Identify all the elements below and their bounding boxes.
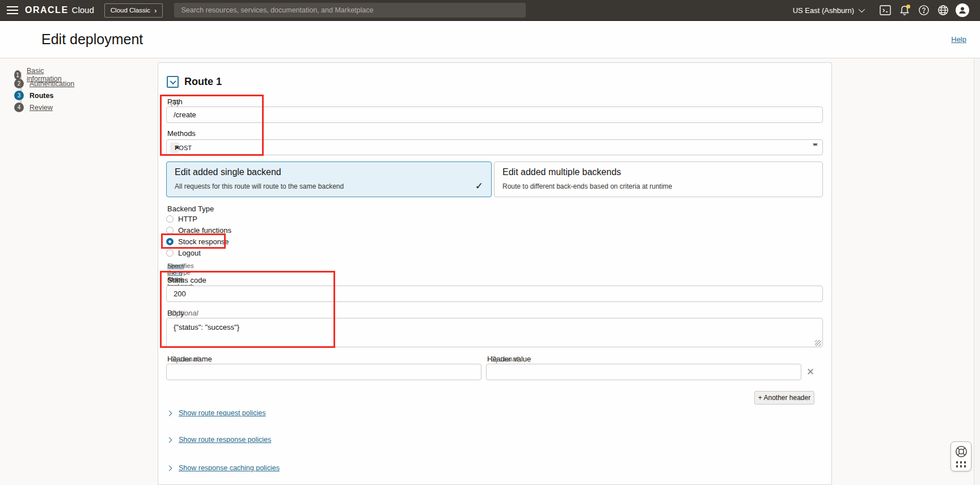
step-number: 2 [14,79,24,88]
methods-select[interactable]: POST ✕ [166,139,823,155]
floating-support-widget[interactable] [951,441,971,471]
step-number: 3 [14,91,24,100]
help-icon[interactable] [914,0,933,21]
status-code-label: Status code [167,276,206,284]
path-input[interactable] [166,107,823,123]
step-review[interactable]: 4 Review [14,103,53,112]
region-label: US East (Ashburn) [793,6,854,15]
show-route-response-policies[interactable]: Show route response policies [167,436,271,444]
single-backend-subtitle: All requests for this route will route t… [175,182,344,190]
notifications-bell-icon[interactable] [895,0,914,21]
page-header: Edit deployment Help [0,21,980,58]
topbar: ORACLE Cloud Cloud Classic › US East (As… [0,0,980,21]
header-value-input[interactable] [486,364,801,380]
backend-type-label: Backend Type [167,205,214,213]
select-stepper-icon [812,143,818,153]
language-globe-icon[interactable] [933,0,953,21]
brand-oracle: ORACLE [25,5,69,15]
status-code-input[interactable] [166,286,823,302]
header-name-input[interactable] [166,364,481,380]
radio-stock-response[interactable]: Stock response [166,237,229,246]
oracle-cloud-logo: ORACLE Cloud [25,5,94,15]
show-response-caching-policies[interactable]: Show response caching policies [167,464,280,472]
help-link[interactable]: Help [951,35,966,44]
user-avatar[interactable] [953,0,972,21]
chevron-right-icon [167,437,172,443]
method-chip-post: POST ✕ [170,142,179,153]
collapse-route-icon[interactable] [167,76,179,88]
step-routes[interactable]: 3 Routes [14,91,53,100]
chevron-right-icon: › [154,7,157,14]
step-label: Routes [29,92,53,100]
step-label: Review [29,104,53,112]
radio-logout[interactable]: Logout [166,249,201,257]
route-card: Route 1 Pathi Methods POST ✕ Edit added … [158,62,832,485]
show-route-request-policies[interactable]: Show route request policies [167,409,266,417]
notification-badge [906,5,910,8]
scrollbar-track[interactable] [974,21,980,485]
route-title: Route 1 [184,76,222,88]
cloud-classic-label: Cloud Classic [111,7,150,14]
cloud-classic-button[interactable]: Cloud Classic › [104,3,163,18]
chevron-right-icon [167,410,172,416]
radio-circle-icon [166,249,174,257]
step-number: 1 [14,70,21,80]
radio-selected-icon [166,238,174,245]
hamburger-menu-icon[interactable] [0,0,25,21]
chevron-down-icon [859,6,865,12]
radio-http[interactable]: HTTP [166,215,197,223]
multiple-backend-title: Edit added multiple backends [502,167,621,177]
radio-circle-icon [166,227,174,234]
another-header-button[interactable]: + Another header [754,391,814,405]
single-backend-card[interactable]: Edit added single backend All requests f… [166,161,492,197]
radio-oracle-functions[interactable]: Oracle functions [166,226,231,235]
radio-circle-icon [166,215,174,223]
brand-cloud: Cloud [72,5,94,15]
step-label: Authentication [29,80,74,88]
search-input[interactable] [174,3,526,18]
single-backend-title: Edit added single backend [175,167,281,177]
selected-check-icon: ✓ [475,180,483,192]
topbar-right: US East (Ashburn) [793,0,980,21]
cloud-shell-icon[interactable] [876,0,895,21]
remove-header-icon[interactable]: ✕ [806,366,814,378]
body-textarea[interactable]: {"status": "success"} [166,318,823,347]
multiple-backend-card[interactable]: Edit added multiple backends Route to di… [494,161,823,197]
chevron-right-icon [167,465,172,471]
step-number: 4 [14,103,24,112]
step-authentication[interactable]: 2 Authentication [14,79,74,88]
drag-dots-icon [956,461,966,467]
remove-method-icon[interactable]: ✕ [175,144,179,151]
methods-label: Methods [167,129,196,138]
life-ring-icon [954,445,968,458]
region-selector[interactable]: US East (Ashburn) [793,6,863,15]
page-title: Edit deployment [41,31,143,48]
textarea-resize-handle-icon[interactable] [815,340,821,346]
search-bar [174,3,526,18]
multiple-backend-subtitle: Route to different back-ends based on cr… [502,182,672,190]
